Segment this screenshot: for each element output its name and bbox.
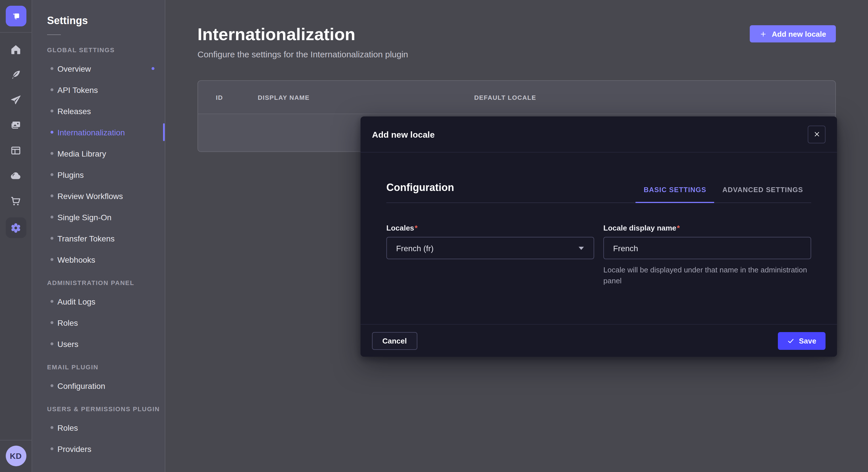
sidebar-item-label: Review Workflows — [57, 191, 123, 200]
sidebar-title: Settings — [32, 15, 165, 27]
sidebar-item-label: Configuration — [57, 381, 105, 390]
sidebar-item-media-library[interactable]: Media Library — [32, 143, 165, 164]
display-name-helper-text: Locale will be displayed under that name… — [603, 265, 811, 286]
content-feather-icon[interactable] — [7, 66, 24, 83]
close-icon[interactable] — [808, 125, 826, 143]
modal-body: Configuration BASIC SETTINGS ADVANCED SE… — [361, 153, 837, 324]
rail-nav — [5, 33, 26, 238]
home-icon[interactable] — [7, 41, 24, 58]
sidebar-item-webhooks[interactable]: Webhooks — [32, 249, 165, 270]
sidebar-item-label: API Tokens — [57, 85, 98, 94]
check-icon — [787, 337, 794, 344]
column-header-id: ID — [216, 94, 258, 101]
plus-icon — [760, 30, 767, 38]
marketplace-cart-icon[interactable] — [7, 192, 24, 209]
main-content: Internationalization Configure the setti… — [165, 0, 868, 472]
media-images-icon[interactable] — [7, 116, 24, 134]
nav-section-header-global-settings: GLOBAL SETTINGS — [32, 37, 165, 58]
bullet-icon — [51, 152, 53, 155]
sidebar-item-label: Releases — [57, 106, 91, 115]
display-name-input[interactable] — [613, 243, 801, 252]
modal-header: Add new locale — [361, 116, 837, 153]
sidebar-item-label: Overview — [57, 64, 91, 73]
sidebar-item-api-tokens[interactable]: API Tokens — [32, 79, 165, 100]
sidebar-item-internationalization[interactable]: Internationalization — [32, 122, 165, 143]
cancel-button[interactable]: Cancel — [372, 332, 417, 349]
nav-section-header-users-permissions-plugin: USERS & PERMISSIONS PLUGIN — [32, 396, 165, 417]
settings-gear-icon[interactable] — [5, 217, 26, 238]
tab-basic-settings[interactable]: BASIC SETTINGS — [636, 186, 714, 202]
bullet-icon — [51, 109, 53, 112]
sidebar-item-roles[interactable]: Roles — [32, 417, 165, 438]
settings-sidebar: Settings GLOBAL SETTINGSOverviewAPI Toke… — [32, 0, 165, 472]
sidebar-item-label: Plugins — [57, 170, 84, 179]
sidebar-item-single-sign-on[interactable]: Single Sign-On — [32, 206, 165, 228]
sidebar-nav: GLOBAL SETTINGSOverviewAPI TokensRelease… — [32, 37, 165, 460]
bullet-icon — [51, 173, 53, 176]
bullet-icon — [51, 131, 53, 134]
bullet-icon — [51, 237, 53, 240]
required-asterisk: * — [415, 224, 417, 232]
page-subtitle: Configure the settings for the Internati… — [197, 49, 408, 59]
modal-footer: Cancel Save — [361, 324, 837, 357]
add-new-locale-button[interactable]: Add new locale — [750, 25, 836, 42]
sidebar-item-label: Single Sign-On — [57, 212, 112, 222]
sidebar-item-review-workflows[interactable]: Review Workflows — [32, 185, 165, 206]
nav-section-header-email-plugin: EMAIL PLUGIN — [32, 355, 165, 375]
sidebar-item-label: Users — [57, 339, 79, 348]
logo-area — [0, 0, 32, 33]
save-button[interactable]: Save — [778, 332, 826, 349]
builder-layout-icon[interactable] — [7, 142, 24, 159]
cloud-icon[interactable] — [7, 167, 24, 184]
sidebar-item-label: Media Library — [57, 149, 106, 158]
sidebar-item-users[interactable]: Users — [32, 333, 165, 355]
bullet-icon — [51, 67, 53, 70]
bullet-icon — [51, 88, 53, 91]
release-send-icon[interactable] — [7, 91, 24, 108]
sidebar-item-audit-logs[interactable]: Audit Logs — [32, 291, 165, 312]
sidebar-item-transfer-tokens[interactable]: Transfer Tokens — [32, 228, 165, 249]
app-window: KD Settings GLOBAL SETTINGSOverviewAPI T… — [0, 0, 868, 472]
chevron-down-icon — [578, 246, 584, 250]
sidebar-title-rule — [47, 34, 61, 35]
configuration-title: Configuration — [386, 182, 454, 202]
rail-bottom: KD — [0, 440, 32, 472]
settings-tabs: BASIC SETTINGS ADVANCED SETTINGS — [636, 186, 811, 202]
modal-title: Add new locale — [372, 129, 435, 139]
sidebar-item-configuration[interactable]: Configuration — [32, 375, 165, 396]
bullet-icon — [51, 447, 53, 450]
sidebar-item-providers[interactable]: Providers — [32, 438, 165, 460]
display-name-input-wrap — [603, 237, 811, 259]
locales-select[interactable]: French (fr) — [386, 237, 594, 259]
form-fields: Locales* French (fr) Locale display name… — [386, 224, 811, 286]
bullet-icon — [51, 258, 53, 261]
notification-dot-icon — [152, 67, 154, 70]
page-title: Internationalization — [197, 24, 408, 45]
sidebar-item-plugins[interactable]: Plugins — [32, 164, 165, 185]
sidebar-item-label: Internationalization — [57, 128, 125, 137]
sidebar-item-label: Roles — [57, 423, 78, 432]
bullet-icon — [51, 194, 53, 197]
bullet-icon — [51, 426, 53, 429]
nav-section-header-administration-panel: ADMINISTRATION PANEL — [32, 270, 165, 291]
sidebar-item-label: Webhooks — [57, 255, 95, 264]
display-name-label: Locale display name* — [603, 224, 811, 232]
strapi-logo-icon[interactable] — [5, 6, 26, 26]
sidebar-item-label: Providers — [57, 444, 91, 453]
display-name-field-group: Locale display name* Locale will be disp… — [603, 224, 811, 286]
bullet-icon — [51, 384, 53, 387]
bullet-icon — [51, 321, 53, 324]
bullet-icon — [51, 342, 53, 345]
column-header-display-name: DISPLAY NAME — [258, 94, 474, 101]
sidebar-item-releases[interactable]: Releases — [32, 100, 165, 122]
sidebar-item-label: Roles — [57, 318, 78, 327]
required-asterisk: * — [677, 224, 680, 232]
sidebar-item-overview[interactable]: Overview — [32, 58, 165, 79]
sidebar-item-roles[interactable]: Roles — [32, 312, 165, 333]
sidebar-item-label: Audit Logs — [57, 297, 95, 306]
bullet-icon — [51, 300, 53, 303]
table-header-row: IDDISPLAY NAMEDEFAULT LOCALE — [198, 81, 835, 113]
tab-advanced-settings[interactable]: ADVANCED SETTINGS — [714, 186, 811, 202]
sidebar-item-label: Transfer Tokens — [57, 234, 115, 243]
user-avatar[interactable]: KD — [5, 446, 26, 466]
